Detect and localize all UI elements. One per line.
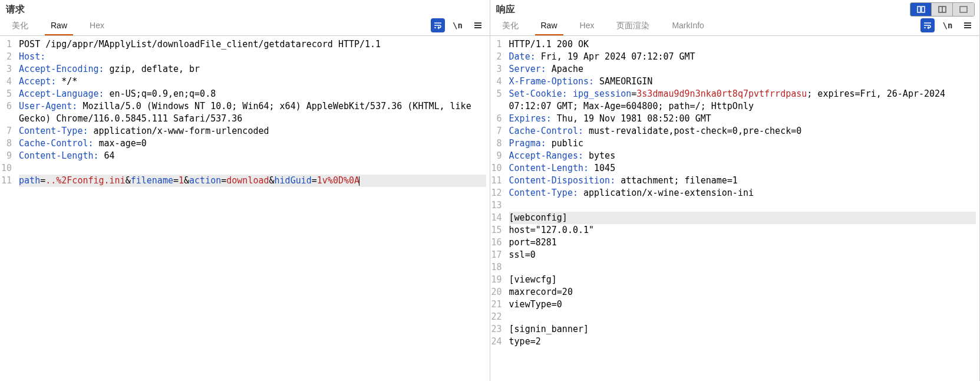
code-line[interactable]: viewType=0 (509, 298, 976, 311)
line-number: 8 (491, 137, 502, 150)
code-line[interactable]: Expires: Thu, 19 Nov 1981 08:52:00 GMT (509, 113, 976, 125)
code-line[interactable]: Content-Type: application/x-www-form-url… (19, 125, 486, 137)
code-line[interactable]: type=2 (509, 336, 976, 348)
code-line[interactable]: Accept-Ranges: bytes (509, 150, 976, 162)
line-number: 17 (491, 249, 502, 261)
line-number: 19 (491, 274, 502, 286)
code-line[interactable]: host="127.0.0.1" (509, 224, 976, 237)
response-title: 响应 (496, 4, 515, 16)
line-number: 8 (1, 137, 12, 150)
line-number: 5 (1, 88, 12, 100)
code-line[interactable]: [webconfig] (509, 212, 976, 224)
code-line[interactable]: Date: Fri, 19 Apr 2024 07:12:07 GMT (509, 51, 976, 63)
request-tab-1[interactable]: Raw (45, 17, 73, 35)
response-tab-0[interactable]: 美化 (496, 17, 524, 35)
code-line[interactable] (19, 162, 486, 175)
line-number: 10 (1, 162, 12, 175)
svg-rect-4 (960, 6, 967, 12)
response-tab-2[interactable]: Hex (574, 17, 600, 35)
newline-icon[interactable]: \n (451, 18, 465, 32)
request-tab-bar: 美化RawHex \n (0, 17, 490, 36)
code-line[interactable]: 07:12:07 GMT; Max-Age=604800; path=/; Ht… (509, 100, 976, 113)
line-number: 4 (491, 75, 502, 88)
code-line[interactable]: port=8281 (509, 237, 976, 249)
code-line[interactable]: Accept-Language: en-US;q=0.9,en;q=0.8 (19, 88, 486, 100)
view-toggle (910, 2, 975, 17)
code-line[interactable]: path=..%2Fconfig.ini&filename=1&action=d… (19, 175, 486, 187)
code-line[interactable]: Content-Type: application/x-wine-extensi… (509, 187, 976, 199)
code-line[interactable]: Accept-Encoding: gzip, deflate, br (19, 63, 486, 75)
code-line[interactable]: ssl=0 (509, 249, 976, 261)
request-code[interactable]: POST /ipg/appr/MApplyList/downloadFile_c… (15, 36, 489, 381)
response-header: 响应 (490, 0, 980, 17)
line-number: 11 (1, 175, 12, 187)
code-line[interactable]: [viewcfg] (509, 274, 976, 286)
request-title: 请求 (6, 4, 25, 16)
response-tab-4[interactable]: MarkInfo (666, 17, 710, 35)
line-number: 24 (491, 336, 502, 348)
code-line[interactable]: Content-Length: 1045 (509, 162, 976, 175)
line-number: 16 (491, 237, 502, 249)
response-editor[interactable]: 123456789101112131415161718192021222324 … (490, 36, 980, 381)
code-line[interactable]: User-Agent: Mozilla/5.0 (Windows NT 10.0… (19, 100, 486, 113)
line-number: 23 (491, 323, 502, 336)
line-number: 14 (491, 212, 502, 224)
menu-icon[interactable] (961, 18, 975, 32)
code-line[interactable]: Server: Apache (509, 63, 976, 75)
request-editor[interactable]: 1234567891011 POST /ipg/appr/MApplyList/… (0, 36, 490, 381)
line-number: 7 (491, 125, 502, 137)
wrap-icon[interactable] (920, 18, 935, 32)
line-number: 12 (491, 187, 502, 199)
line-number (491, 100, 502, 113)
newline-icon[interactable]: \n (941, 18, 955, 32)
code-line[interactable]: Pragma: public (509, 137, 976, 150)
code-line[interactable]: maxrecord=20 (509, 286, 976, 298)
code-line[interactable] (509, 261, 976, 274)
response-code[interactable]: HTTP/1.1 200 OKDate: Fri, 19 Apr 2024 07… (506, 36, 979, 381)
code-line[interactable]: Cache-Control: max-age=0 (19, 137, 486, 150)
code-line[interactable]: X-Frame-Options: SAMEORIGIN (509, 75, 976, 88)
request-tab-2[interactable]: Hex (84, 17, 110, 35)
line-number: 10 (491, 162, 502, 175)
code-line[interactable] (509, 199, 976, 212)
line-number: 13 (491, 199, 502, 212)
response-toolbar: \n (920, 18, 975, 32)
line-number: 22 (491, 311, 502, 323)
code-line[interactable]: Content-Disposition: attachment; filenam… (509, 175, 976, 187)
view-left-button[interactable] (932, 3, 953, 16)
view-right-button[interactable] (953, 3, 974, 16)
menu-icon[interactable] (471, 18, 485, 32)
response-panel: 响应 美化RawHex页面渲染MarkInfo \n 1234567891 (490, 0, 981, 381)
line-number: 1 (491, 38, 502, 51)
line-number: 6 (491, 113, 502, 125)
code-line[interactable]: Gecko) Chrome/116.0.5845.111 Safari/537.… (19, 113, 486, 125)
response-tab-1[interactable]: Raw (535, 17, 563, 35)
request-panel: 请求 美化RawHex \n 1234567891011 POST /ipg/a… (0, 0, 490, 381)
line-number (1, 113, 12, 125)
code-line[interactable]: Set-Cookie: ipg_session=3s3dmau9d9n3nka0… (509, 88, 976, 100)
code-line[interactable]: Accept: */* (19, 75, 486, 88)
svg-rect-1 (922, 6, 925, 12)
line-number: 6 (1, 100, 12, 113)
response-tab-bar: 美化RawHex页面渲染MarkInfo \n (490, 17, 980, 36)
view-split-button[interactable] (910, 3, 932, 16)
line-number: 9 (1, 150, 12, 162)
code-line[interactable]: Cache-Control: must-revalidate,post-chec… (509, 125, 976, 137)
request-toolbar: \n (431, 18, 485, 32)
line-number: 15 (491, 224, 502, 237)
line-number: 3 (491, 63, 502, 75)
response-gutter: 123456789101112131415161718192021222324 (490, 36, 506, 381)
code-line[interactable]: [signin_banner] (509, 323, 976, 336)
line-number: 5 (491, 88, 502, 100)
request-tab-0[interactable]: 美化 (6, 17, 34, 35)
code-line[interactable]: Host: (19, 51, 486, 63)
wrap-icon[interactable] (431, 18, 445, 32)
line-number: 21 (491, 298, 502, 311)
line-number: 7 (1, 125, 12, 137)
response-tab-3[interactable]: 页面渲染 (611, 17, 655, 35)
line-number: 11 (491, 175, 502, 187)
code-line[interactable] (509, 311, 976, 323)
code-line[interactable]: Content-Length: 64 (19, 150, 486, 162)
code-line[interactable]: HTTP/1.1 200 OK (509, 38, 976, 51)
code-line[interactable]: POST /ipg/appr/MApplyList/downloadFile_c… (19, 38, 486, 51)
